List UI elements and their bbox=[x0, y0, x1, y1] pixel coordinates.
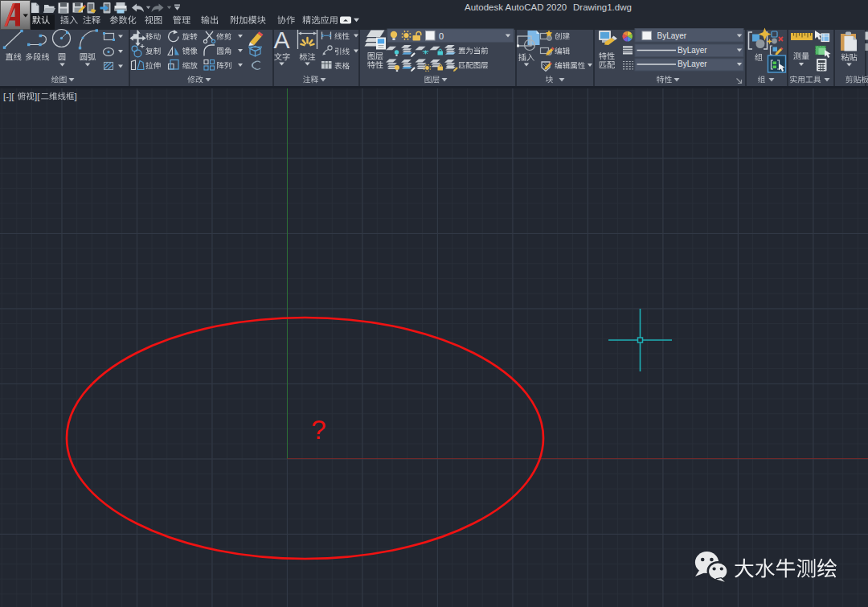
svg-text:?: ? bbox=[311, 415, 326, 445]
svg-text:0: 0 bbox=[439, 31, 444, 41]
svg-text:[-][: [-][ bbox=[3, 92, 14, 101]
svg-text:A: A bbox=[273, 27, 289, 53]
svg-text:ByLayer: ByLayer bbox=[678, 46, 707, 55]
svg-text:ByLayer: ByLayer bbox=[678, 59, 707, 68]
svg-text:]: ] bbox=[75, 92, 77, 101]
svg-text:ByLayer: ByLayer bbox=[657, 31, 687, 40]
svg-text:][: ][ bbox=[35, 92, 40, 101]
